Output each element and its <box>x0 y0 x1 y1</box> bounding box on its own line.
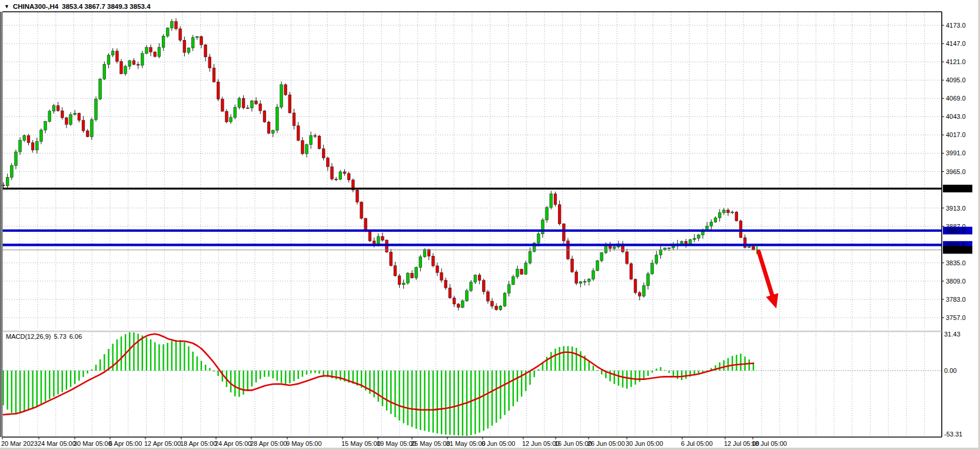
macd-histogram-bar <box>453 371 454 435</box>
macd-histogram-bar <box>230 371 231 392</box>
macd-histogram-bar <box>314 371 315 373</box>
candle-body <box>162 36 165 47</box>
macd-histogram-bar <box>727 358 729 371</box>
candle-body <box>175 21 178 29</box>
candle-body <box>571 259 574 272</box>
price-axis-label: 3835.0 <box>946 259 966 266</box>
candle-body <box>655 255 658 263</box>
macd-histogram-bar <box>403 371 404 423</box>
time-axis-label: 20 Mar 2023 <box>1 440 38 447</box>
macd-histogram-bar <box>732 356 733 371</box>
time-axis-label: 6 Jun 05:00 <box>481 440 516 447</box>
macd-histogram-bar <box>681 371 682 380</box>
macd-histogram-bar <box>445 371 446 435</box>
candle-body <box>326 158 329 167</box>
price-axis-label: 4147.0 <box>946 40 966 47</box>
candle-body <box>166 28 169 36</box>
macd-histogram-bar <box>285 371 286 384</box>
macd-histogram-bar <box>669 371 670 373</box>
candle-body <box>35 141 38 150</box>
candle-body <box>630 264 633 279</box>
macd-histogram-bar <box>78 371 79 381</box>
candle-body <box>381 236 384 240</box>
time-axis-label: 19 May 05:00 <box>377 440 416 447</box>
macd-histogram-bar <box>652 371 653 373</box>
price-axis-label: 3757.0 <box>946 314 966 321</box>
price-tag-label: 3940.7 <box>946 185 966 192</box>
candle-body <box>697 235 700 238</box>
macd-histogram-bar <box>121 336 122 371</box>
macd-histogram-bar <box>626 371 627 389</box>
candle-body <box>550 194 553 208</box>
macd-histogram-bar <box>306 371 307 375</box>
macd-histogram-bar <box>411 371 413 427</box>
macd-histogram-bar <box>483 371 484 431</box>
candle-body <box>449 288 451 298</box>
chart-canvas[interactable]: 4173.04147.04121.04095.04069.04043.04017… <box>0 0 980 450</box>
macd-histogram-bar <box>398 371 400 421</box>
candle-body <box>347 174 350 180</box>
macd-histogram-bar <box>719 362 720 371</box>
candle-body <box>402 283 405 285</box>
candle-body <box>195 36 198 38</box>
candle-body <box>474 275 477 282</box>
macd-histogram-bar <box>205 365 206 371</box>
price-axis-label: 4043.0 <box>946 113 966 120</box>
macd-histogram-bar <box>192 352 194 371</box>
candle-body <box>225 111 228 122</box>
time-axis-label: 6 Apr 05:00 <box>109 440 142 447</box>
candle-body <box>310 136 313 145</box>
price-axis-label: 3783.0 <box>946 296 966 303</box>
macd-histogram-bar <box>474 371 476 434</box>
macd-histogram-bar <box>66 371 67 389</box>
macd-histogram-bar <box>277 371 278 381</box>
candle-body <box>212 68 215 82</box>
candle-body <box>158 48 161 57</box>
macd-histogram-bar <box>234 371 235 396</box>
candle-body <box>318 136 321 149</box>
candle-body <box>659 250 662 255</box>
macd-histogram-bar <box>382 371 383 406</box>
candle-body <box>322 149 325 158</box>
symbol-dropdown-icon[interactable]: ▼ <box>4 4 9 9</box>
candle-body <box>217 82 220 99</box>
candle-body <box>651 264 654 274</box>
macd-name: MACD(12,26,9) <box>6 333 51 340</box>
macd-histogram-bar <box>238 371 240 397</box>
candle-body <box>246 108 249 108</box>
time-axis-label: 28 Apr 05:00 <box>250 440 287 447</box>
candle-body <box>99 79 102 99</box>
candle-body <box>546 208 549 220</box>
macd-histogram-bar <box>698 371 699 374</box>
price-axis-label: 3809.0 <box>946 278 966 285</box>
candle-body <box>280 85 283 107</box>
price-axis-label: 3965.0 <box>946 168 966 175</box>
candle-body <box>466 291 469 301</box>
candle-body <box>748 246 750 248</box>
macd-histogram-bar <box>104 354 105 371</box>
candle-body <box>95 99 98 120</box>
time-axis-label: 9 May 05:00 <box>286 440 322 447</box>
time-axis-label: 15 May 05:00 <box>341 440 381 447</box>
candle-body <box>638 293 641 296</box>
macd-histogram-bar <box>470 371 471 435</box>
macd-histogram-bar <box>622 371 623 388</box>
macd-histogram-bar <box>213 371 214 372</box>
macd-histogram-bar <box>260 371 261 379</box>
macd-signal-value: 6.06 <box>69 333 82 340</box>
candle-body <box>503 293 506 306</box>
candle-body <box>722 210 725 213</box>
price-axis-label: 4121.0 <box>946 58 966 65</box>
candle-body <box>587 279 590 282</box>
macd-histogram-bar <box>62 371 63 392</box>
macd-histogram-bar <box>57 371 58 394</box>
mt4-chart-window: ▼ CHINA300-,H4 3853.4 3867.7 3849.3 3853… <box>0 0 980 450</box>
candle-body <box>276 107 279 131</box>
candle-body <box>554 194 557 205</box>
candle-body <box>390 252 393 265</box>
candle-body <box>583 281 586 282</box>
macd-histogram-bar <box>458 371 459 435</box>
macd-histogram-bar <box>281 371 282 383</box>
candle-body <box>406 274 409 283</box>
candle-body <box>558 205 561 224</box>
